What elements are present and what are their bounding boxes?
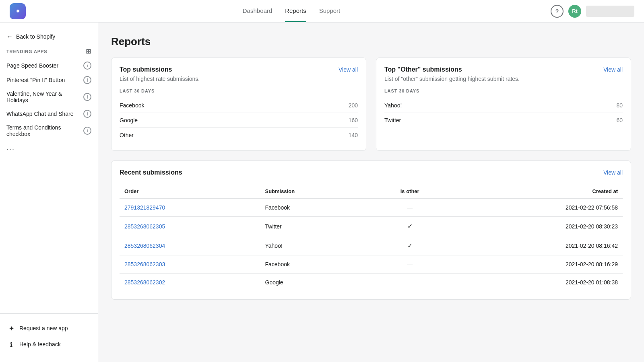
back-to-shopify-label: Back to Shopify xyxy=(16,33,55,40)
submission-name: Google xyxy=(120,117,138,123)
created-at-cell: 2021-02-20 08:16:29 xyxy=(450,255,623,274)
table-row: 2791321829470 Facebook — 2021-02-22 07:5… xyxy=(120,199,623,217)
table-header: Order Submission Is other Created at xyxy=(120,184,623,199)
sidebar-item-terms[interactable]: Terms and Conditions checkbox i xyxy=(6,121,91,140)
order-link[interactable]: 2853268062303 xyxy=(124,261,165,267)
top-other-header: Top "Other" submissions View all xyxy=(384,66,623,73)
submission-cell: Twitter xyxy=(260,217,370,236)
top-submissions-subtitle: List of highest rate submissions. xyxy=(120,76,358,82)
info-circle-icon: ℹ xyxy=(6,339,16,349)
top-other-row-0: Yahoo! 80 xyxy=(384,98,623,113)
submission-name: Facebook xyxy=(120,102,144,109)
info-icon-page-speed: i xyxy=(83,62,91,70)
top-other-row-1: Twitter 60 xyxy=(384,113,623,128)
recent-title: Recent submissions xyxy=(120,169,182,176)
is-other-cell: — xyxy=(370,274,450,292)
table-row: 2853268062305 Twitter ✓ 2021-02-20 08:30… xyxy=(120,217,623,236)
submission-cell: Facebook xyxy=(260,199,370,217)
info-icon-whatsapp: i xyxy=(83,110,91,118)
top-submissions-title: Top submissions xyxy=(120,66,172,73)
submission-count: 160 xyxy=(349,117,358,123)
col-is-other: Is other xyxy=(370,184,450,199)
order-link[interactable]: 2853268062305 xyxy=(124,223,165,230)
recent-submissions-table: Order Submission Is other Created at 279… xyxy=(120,184,623,291)
top-cards-row: Top submissions View all List of highest… xyxy=(111,58,631,151)
grid-icon[interactable]: ⊞ xyxy=(86,47,91,55)
nav-reports[interactable]: Reports xyxy=(285,0,306,22)
order-link[interactable]: 2853268062304 xyxy=(124,243,165,249)
top-submissions-card: Top submissions View all List of highest… xyxy=(111,58,366,151)
order-link[interactable]: 2791321829470 xyxy=(124,204,165,211)
table-row: 2853268062303 Facebook — 2021-02-20 08:1… xyxy=(120,255,623,274)
main-content: Reports Top submissions View all List of… xyxy=(98,23,644,362)
table-row: 2853268062302 Google — 2021-02-20 01:08:… xyxy=(120,274,623,292)
back-arrow-icon: ← xyxy=(6,33,13,40)
sidebar-item-page-speed[interactable]: Page Speed Booster i xyxy=(6,58,91,73)
account-bar[interactable] xyxy=(586,6,634,17)
sidebar-item-label: Valentine, New Year & Holidays xyxy=(6,90,83,103)
request-new-app-button[interactable]: ✦ Request a new app xyxy=(6,320,91,336)
avatar[interactable]: Rt xyxy=(568,5,581,18)
other-submission-name: Twitter xyxy=(384,117,401,123)
created-at-cell: 2021-02-20 01:08:38 xyxy=(450,274,623,292)
other-submission-name: Yahoo! xyxy=(384,102,402,109)
is-other-cell: — xyxy=(370,199,450,217)
sidebar-item-whatsapp[interactable]: WhatsApp Chat and Share i xyxy=(6,107,91,121)
recent-view-all[interactable]: View all xyxy=(603,169,623,176)
submission-cell: Facebook xyxy=(260,255,370,274)
top-submission-row-2: Other 140 xyxy=(120,128,358,142)
nav-links: Dashboard Reports Support xyxy=(32,0,551,22)
nav-right: ? Rt xyxy=(551,5,634,18)
trending-section: TRENDING APPS ⊞ Page Speed Booster i Pin… xyxy=(0,47,98,155)
info-icon-pinterest: i xyxy=(83,76,91,84)
submission-cell: Yahoo! xyxy=(260,236,370,255)
nav-support[interactable]: Support xyxy=(319,0,341,22)
submission-count: 200 xyxy=(349,102,358,109)
request-new-app-label: Request a new app xyxy=(19,325,68,331)
is-other-cell: ✓ xyxy=(370,236,450,255)
top-submission-row-1: Google 160 xyxy=(120,113,358,128)
info-icon-terms: i xyxy=(83,127,91,135)
sidebar: ← Back to Shopify TRENDING APPS ⊞ Page S… xyxy=(0,23,98,362)
submission-count: 140 xyxy=(349,132,358,138)
layout: ← Back to Shopify TRENDING APPS ⊞ Page S… xyxy=(0,23,644,362)
table-body: 2791321829470 Facebook — 2021-02-22 07:5… xyxy=(120,199,623,292)
top-submissions-view-all[interactable]: View all xyxy=(339,66,358,73)
help-feedback-label: Help & feedback xyxy=(19,341,61,348)
order-link[interactable]: 2853268062302 xyxy=(124,279,165,286)
col-created-at: Created at xyxy=(450,184,623,199)
submission-cell: Google xyxy=(260,274,370,292)
help-feedback-button[interactable]: ℹ Help & feedback xyxy=(6,336,91,352)
sidebar-item-valentine[interactable]: Valentine, New Year & Holidays i xyxy=(6,87,91,107)
more-items-button[interactable]: ... xyxy=(6,140,91,155)
sidebar-item-label: Terms and Conditions checkbox xyxy=(6,124,83,137)
sidebar-item-label: WhatsApp Chat and Share xyxy=(6,111,74,117)
request-icon: ✦ xyxy=(6,323,16,333)
col-order: Order xyxy=(120,184,260,199)
recent-submissions-card: Recent submissions View all Order Submis… xyxy=(111,160,631,300)
sidebar-footer: ✦ Request a new app ℹ Help & feedback xyxy=(0,313,98,356)
top-other-view-all[interactable]: View all xyxy=(603,66,623,73)
app-logo: ✦ xyxy=(10,3,26,19)
is-other-cell: ✓ xyxy=(370,217,450,236)
top-submissions-header: Top submissions View all xyxy=(120,66,358,73)
table-row: 2853268062304 Yahoo! ✓ 2021-02-20 08:16:… xyxy=(120,236,623,255)
top-submissions-period: LAST 30 DAYS xyxy=(120,88,358,93)
help-icon[interactable]: ? xyxy=(551,5,564,18)
submission-name: Other xyxy=(120,132,134,138)
top-navigation: ✦ Dashboard Reports Support ? Rt xyxy=(0,0,644,23)
info-icon-valentine: i xyxy=(83,93,91,101)
recent-header: Recent submissions View all xyxy=(120,169,623,176)
back-to-shopify-link[interactable]: ← Back to Shopify xyxy=(0,29,98,44)
top-other-subtitle: List of "other" submission getting highe… xyxy=(384,76,623,82)
created-at-cell: 2021-02-20 08:30:23 xyxy=(450,217,623,236)
top-other-submissions-card: Top "Other" submissions View all List of… xyxy=(376,58,631,151)
page-title: Reports xyxy=(111,35,631,48)
top-other-title: Top "Other" submissions xyxy=(384,66,462,73)
top-other-period: LAST 30 DAYS xyxy=(384,88,623,93)
is-other-cell: — xyxy=(370,255,450,274)
sidebar-item-pinterest[interactable]: Pinterest "Pin It" Button i xyxy=(6,73,91,87)
sidebar-item-label: Pinterest "Pin It" Button xyxy=(6,77,65,83)
nav-dashboard[interactable]: Dashboard xyxy=(243,0,272,22)
top-submission-row-0: Facebook 200 xyxy=(120,98,358,113)
